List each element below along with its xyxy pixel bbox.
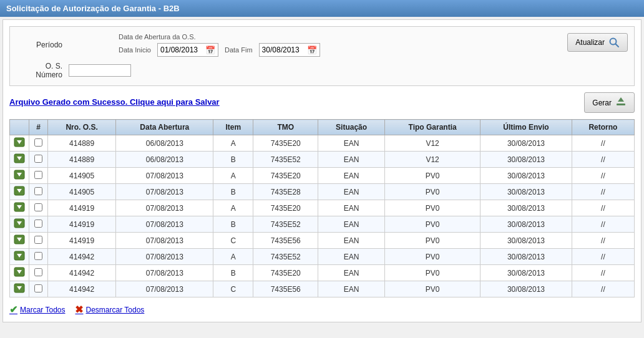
row-tmo: 7435E52 [253, 216, 318, 233]
table-row: 414919 07/08/2013 A 7435E20 EAN PV0 30/0… [10, 200, 635, 216]
periodo-label: Período [19, 41, 69, 49]
row-action-icon[interactable] [10, 184, 29, 200]
row-checkbox[interactable] [34, 171, 42, 179]
date-inputs: Data Inicio 📅 Data Fim 📅 [119, 43, 320, 57]
row-checkbox[interactable] [34, 203, 42, 211]
row-checkbox-cell[interactable] [29, 216, 48, 233]
os-numero-input[interactable] [69, 64, 131, 77]
footer-actions: ✔ Marcar Todos ✖ Desmarcar Todos [9, 304, 635, 316]
row-data-abertura: 06/08/2013 [116, 135, 213, 152]
periodo-row: Período Data de Abertura da O.S. Data In… [19, 33, 625, 57]
row-checkbox-cell[interactable] [29, 265, 48, 281]
row-nro-os: 414942 [48, 249, 116, 265]
check-green-icon: ✔ [9, 304, 17, 316]
row-checkbox-cell[interactable] [29, 168, 48, 184]
row-retorno: // [572, 265, 634, 281]
row-nro-os: 414919 [48, 200, 116, 216]
row-tipo-garantia: V12 [385, 135, 481, 152]
row-checkbox-cell[interactable] [29, 152, 48, 168]
data-table: # Nro. O.S. Data Abertura Item TMO Situa… [9, 119, 635, 297]
row-action-icon[interactable] [10, 281, 29, 297]
row-tipo-garantia: PV0 [385, 184, 481, 200]
row-action-icon[interactable] [10, 168, 29, 184]
row-checkbox[interactable] [34, 138, 42, 147]
row-checkbox[interactable] [34, 268, 42, 276]
cal-fim-icon[interactable]: 📅 [307, 45, 317, 55]
marcar-todos-link[interactable]: ✔ Marcar Todos [9, 304, 65, 316]
row-ultimo-envio: 30/08/2013 [481, 233, 572, 249]
row-data-abertura: 07/08/2013 [116, 281, 213, 297]
svg-marker-3 [618, 97, 624, 102]
row-item: A [213, 249, 253, 265]
row-checkbox[interactable] [34, 220, 42, 228]
row-item: B [213, 184, 253, 200]
gerar-label: Gerar [592, 99, 612, 107]
row-checkbox-cell[interactable] [29, 233, 48, 249]
row-action-icon[interactable] [10, 200, 29, 216]
row-data-abertura: 07/08/2013 [116, 265, 213, 281]
row-situacao: EAN [318, 249, 385, 265]
row-checkbox[interactable] [34, 187, 42, 195]
row-action-icon[interactable] [10, 249, 29, 265]
gerar-button[interactable]: Gerar [584, 92, 635, 113]
row-ultimo-envio: 30/08/2013 [481, 135, 572, 152]
data-inicio-label: Data Inicio [119, 46, 151, 54]
title-bar: Solicitação de Autorização de Garantia -… [0, 0, 644, 17]
row-ultimo-envio: 30/08/2013 [481, 168, 572, 184]
row-checkbox[interactable] [34, 236, 42, 244]
row-situacao: EAN [318, 233, 385, 249]
date-group: Data de Abertura da O.S. Data Inicio 📅 D… [69, 33, 320, 57]
row-checkbox[interactable] [34, 155, 42, 163]
svg-rect-2 [617, 104, 625, 105]
row-checkbox-cell[interactable] [29, 135, 48, 152]
row-checkbox-cell[interactable] [29, 249, 48, 265]
row-tipo-garantia: PV0 [385, 233, 481, 249]
row-ultimo-envio: 30/08/2013 [481, 184, 572, 200]
data-fim-wrap: 📅 [259, 43, 320, 57]
data-inicio-wrap: 📅 [157, 43, 218, 57]
row-ultimo-envio: 30/08/2013 [481, 216, 572, 233]
x-red-icon: ✖ [75, 304, 83, 316]
table-row: 414942 07/08/2013 B 7435E20 EAN PV0 30/0… [10, 265, 635, 281]
row-data-abertura: 07/08/2013 [116, 168, 213, 184]
row-checkbox-cell[interactable] [29, 281, 48, 297]
atualizar-button[interactable]: Atualizar [567, 33, 628, 52]
row-ultimo-envio: 30/08/2013 [481, 265, 572, 281]
row-situacao: EAN [318, 200, 385, 216]
row-item: C [213, 281, 253, 297]
row-tipo-garantia: PV0 [385, 265, 481, 281]
row-action-icon[interactable] [10, 216, 29, 233]
row-retorno: // [572, 168, 634, 184]
row-retorno: // [572, 216, 634, 233]
row-data-abertura: 07/08/2013 [116, 216, 213, 233]
data-inicio-input[interactable] [160, 46, 205, 54]
row-action-icon[interactable] [10, 265, 29, 281]
row-tmo: 7435E52 [253, 152, 318, 168]
col-item: Item [213, 120, 253, 135]
col-situacao: Situação [318, 120, 385, 135]
row-checkbox[interactable] [34, 284, 42, 292]
data-fim-input[interactable] [262, 46, 307, 54]
row-tmo: 7435E56 [253, 233, 318, 249]
row-action-icon[interactable] [10, 135, 29, 152]
cal-inicio-icon[interactable]: 📅 [205, 45, 215, 55]
table-row: 414905 07/08/2013 B 7435E28 EAN PV0 30/0… [10, 184, 635, 200]
col-tmo: TMO [253, 120, 318, 135]
filter-section: Atualizar Período Data de Abertura da O.… [9, 26, 635, 86]
row-retorno: // [572, 152, 634, 168]
col-tipo-garantia: Tipo Garantia [385, 120, 481, 135]
row-ultimo-envio: 30/08/2013 [481, 281, 572, 297]
row-checkbox[interactable] [34, 252, 42, 260]
row-action-icon[interactable] [10, 233, 29, 249]
table-row: 414889 06/08/2013 A 7435E20 EAN V12 30/0… [10, 135, 635, 152]
row-tmo: 7435E20 [253, 200, 318, 216]
col-data-abertura: Data Abertura [116, 120, 213, 135]
desmarcar-todos-link[interactable]: ✖ Desmarcar Todos [75, 304, 144, 316]
row-ultimo-envio: 30/08/2013 [481, 152, 572, 168]
row-tmo: 7435E52 [253, 249, 318, 265]
row-nro-os: 414889 [48, 135, 116, 152]
row-action-icon[interactable] [10, 152, 29, 168]
success-link[interactable]: Arquivo Gerado com Sucesso. Clique aqui … [9, 97, 220, 107]
row-checkbox-cell[interactable] [29, 184, 48, 200]
row-checkbox-cell[interactable] [29, 200, 48, 216]
